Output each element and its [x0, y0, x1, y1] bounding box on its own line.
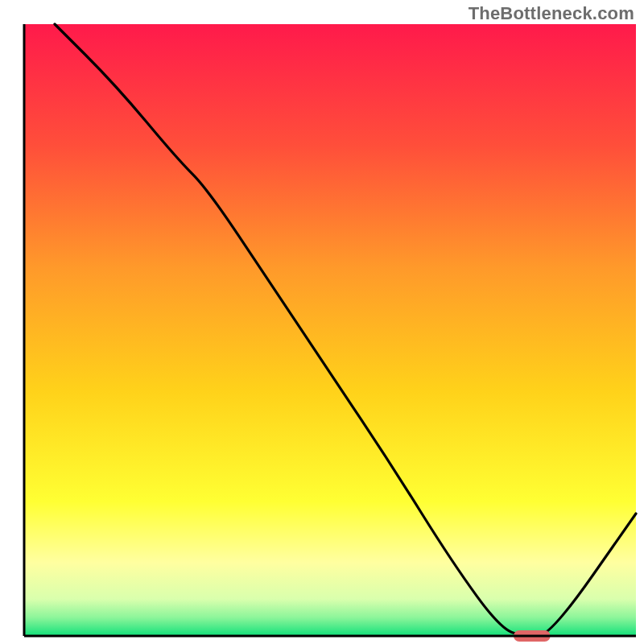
bottleneck-chart: [0, 0, 644, 644]
plot-background: [24, 24, 636, 636]
chart-container: { "watermark": "TheBottleneck.com", "cha…: [0, 0, 644, 644]
